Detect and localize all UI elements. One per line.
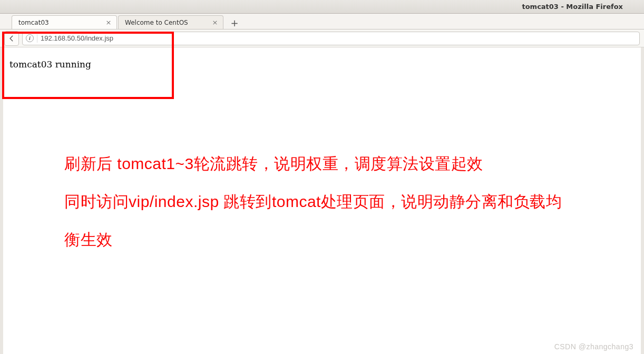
url-input[interactable] <box>41 34 636 42</box>
plus-icon: + <box>230 17 238 28</box>
annotation-line-1: 刷新后 tomcat1~3轮流跳转，说明权重，调度算法设置起效 <box>64 145 578 183</box>
arrow-left-icon <box>8 35 15 42</box>
tab-label: Welcome to CentOS <box>125 19 211 26</box>
tab-label: tomcat03 <box>18 19 105 26</box>
watermark: CSDN @zhangchang3 <box>554 342 633 351</box>
tab-strip: tomcat03 × Welcome to CentOS × + <box>0 14 644 30</box>
navigation-toolbar: i <box>0 30 644 47</box>
tab-tomcat03[interactable]: tomcat03 × <box>12 15 117 29</box>
close-icon[interactable]: × <box>211 19 219 26</box>
window-title-bar: tomcat03 - Mozilla Firefox <box>0 0 644 14</box>
window-title: tomcat03 - Mozilla Firefox <box>522 3 623 11</box>
annotation-text: 刷新后 tomcat1~3轮流跳转，说明权重，调度算法设置起效 同时访问vip/… <box>64 145 578 259</box>
back-button[interactable] <box>4 31 19 46</box>
new-tab-button[interactable]: + <box>228 16 241 29</box>
close-icon[interactable]: × <box>105 19 112 26</box>
page-body-text: tomcat03 running <box>9 59 91 70</box>
divider <box>37 34 37 43</box>
tab-welcome-centos[interactable]: Welcome to CentOS × <box>118 15 223 29</box>
page-viewport: tomcat03 running 刷新后 tomcat1~3轮流跳转，说明权重，… <box>0 47 644 354</box>
address-bar[interactable]: i <box>22 32 640 45</box>
annotation-line-2: 同时访问vip/index.jsp 跳转到tomcat处理页面，说明动静分离和负… <box>64 183 578 259</box>
info-icon[interactable]: i <box>26 34 34 42</box>
